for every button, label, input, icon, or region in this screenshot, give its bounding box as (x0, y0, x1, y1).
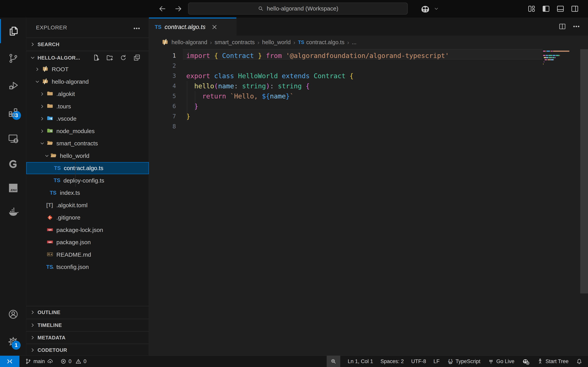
activitybar-item-docker[interactable] (0, 200, 26, 224)
copilot-icon (420, 3, 431, 14)
problems-status[interactable]: 0 0 (60, 356, 87, 367)
notifications-button[interactable] (576, 356, 583, 367)
editor-scrollbar[interactable] (580, 49, 588, 293)
remote-indicator[interactable] (0, 356, 19, 367)
activitybar-item-run-debug[interactable] (0, 74, 26, 98)
tree-item-package-lock-json[interactable]: npmpackage-lock.json (26, 224, 149, 236)
language-status[interactable]: {} TypeScript (447, 356, 481, 367)
tree-item--algokit[interactable]: .algokit (26, 88, 149, 100)
section-label: OUTLINE (38, 309, 60, 316)
tree-item-node-modules[interactable]: JSnode_modules (26, 125, 149, 137)
tree-item-deploy-config-ts[interactable]: TSdeploy-config.ts (26, 175, 149, 187)
git-branch-status[interactable]: main (25, 356, 54, 367)
split-editor-icon[interactable] (558, 23, 566, 30)
toggle-sidebar-icon[interactable] (542, 4, 550, 13)
breadcrumb-item[interactable]: smart_contracts (215, 39, 255, 46)
tree-item-readme-md[interactable]: README.md (26, 249, 149, 261)
section-label: TIMELINE (38, 322, 62, 328)
tree-item-label: hello-algorand (52, 78, 89, 85)
chevron-right-icon (35, 67, 40, 72)
title-bar: hello-algorand (Workspace) (0, 0, 588, 17)
close-tab-icon[interactable] (211, 24, 218, 31)
line-number: 8 (149, 121, 176, 132)
tree-item-label: contract.algo.ts (64, 165, 103, 171)
chevron-down-icon (35, 79, 40, 84)
back-arrow-icon[interactable] (158, 4, 167, 13)
activitybar-item-extensions[interactable] (0, 100, 26, 125)
line-number: 6 (149, 101, 176, 111)
breadcrumb-item[interactable]: ... (352, 39, 356, 46)
search-icon (258, 5, 264, 12)
tree-item-package-json[interactable]: npmpackage.json (26, 236, 149, 248)
tree-item-hello-algorand[interactable]: hello-algorand (26, 76, 149, 88)
eol-status[interactable]: LF (433, 356, 440, 367)
tree-item-label: index.ts (60, 190, 80, 196)
activitybar-item-source-control[interactable] (0, 46, 26, 70)
customize-layout-icon[interactable] (527, 4, 536, 13)
activitybar-item-algokit[interactable] (0, 152, 26, 176)
sidebar-section-outline[interactable]: OUTLINE (26, 306, 149, 318)
code-line-3: export class HelloWorld extends Contract… (186, 71, 354, 81)
code-editor[interactable]: 1import { Contract } from '@algorandfoun… (149, 49, 588, 356)
dotenv-icon: .ENV (8, 182, 19, 194)
activitybar-item-dotenv[interactable]: .ENV (0, 176, 26, 200)
breadcrumb-item[interactable]: hello-algorand (171, 39, 207, 46)
cursor-position-status[interactable]: Ln 1, Col 1 (348, 356, 373, 367)
typescript-file-icon: TS (155, 24, 161, 30)
breadcrumb-item[interactable]: hello_world (262, 39, 291, 46)
remote-indicator-icon (6, 358, 13, 365)
minimap-line (543, 57, 556, 58)
editor-more-actions-icon[interactable] (572, 23, 580, 30)
activitybar-item-remote-explorer[interactable] (0, 127, 26, 151)
copilot-status[interactable] (522, 356, 530, 367)
svg-text:JS: JS (50, 130, 52, 132)
indentation-status[interactable]: Spaces: 2 (380, 356, 404, 367)
tree-item-tsconfig-json[interactable]: TStsconfig.json (26, 261, 149, 273)
chevron-down-icon (40, 141, 45, 146)
tree-item--vscode[interactable]: .vscode (26, 113, 149, 125)
go-live-button[interactable]: Go Live (488, 356, 514, 367)
settings-badge: 1 (12, 341, 21, 350)
tree-item-contract-algo-ts[interactable]: TScontract.algo.ts (26, 162, 149, 174)
copilot-menu-button[interactable] (420, 3, 439, 14)
activitybar-item-accounts[interactable] (0, 302, 26, 326)
command-center-search[interactable]: hello-algorand (Workspace) (188, 2, 408, 15)
cursor-position-label: Ln 1, Col 1 (348, 359, 373, 365)
forward-arrow-icon[interactable] (174, 4, 183, 13)
tree-item--algokit-toml[interactable]: [T].algokit.toml (26, 199, 149, 211)
activitybar-item-explorer[interactable] (0, 19, 26, 43)
toggle-panel-icon[interactable] (556, 4, 565, 13)
line-number: 2 (149, 61, 176, 71)
tab-label: contract.algo.ts (165, 24, 206, 31)
tree-item-root[interactable]: ROOT (26, 63, 149, 75)
tab-contract-algo-ts[interactable]: TS contract.algo.ts (149, 17, 236, 36)
go-live-label: Go Live (496, 359, 514, 365)
algokit-icon (8, 158, 19, 170)
tree-item--tours[interactable]: .tours (26, 100, 149, 112)
source-control-icon (8, 53, 19, 64)
breadcrumb-separator: › (210, 39, 212, 46)
minimap-line (543, 61, 544, 62)
tree-item-index-ts[interactable]: TSindex.ts (26, 187, 149, 199)
code-line-1: import { Contract } from '@algorandfound… (186, 50, 449, 61)
sidebar-section-metadata[interactable]: METADATA (26, 331, 149, 344)
zoom-status[interactable] (327, 356, 340, 367)
chevron-down-icon (434, 6, 439, 11)
tree-item-hello-world[interactable]: hello_world (26, 150, 149, 162)
file-tree: ROOThello-algorand.algokit.tours.vscodeJ… (26, 17, 149, 356)
ts-icon: TS (54, 177, 61, 184)
npm-icon: npm (46, 227, 54, 233)
minimap-line (543, 50, 569, 52)
start-tree-button[interactable]: Start Tree (537, 356, 569, 367)
sidebar-section-codetour[interactable]: CODETOUR (26, 344, 149, 356)
tree-item--gitignore[interactable]: .gitignore (26, 211, 149, 224)
workspace-folder-icon (161, 39, 169, 46)
breadcrumb-item[interactable]: contract.algo.ts (306, 39, 345, 46)
tree-item-smart-contracts[interactable]: smart_contracts (26, 137, 149, 150)
breadcrumb: hello-algorand›smart_contracts›hello_wor… (149, 36, 588, 49)
sidebar-section-timeline[interactable]: TIMELINE (26, 319, 149, 331)
line-number: 4 (149, 81, 176, 91)
minimap-line (543, 55, 560, 56)
toggle-secondary-sidebar-icon[interactable] (571, 4, 579, 13)
encoding-status[interactable]: UTF-8 (411, 356, 426, 367)
